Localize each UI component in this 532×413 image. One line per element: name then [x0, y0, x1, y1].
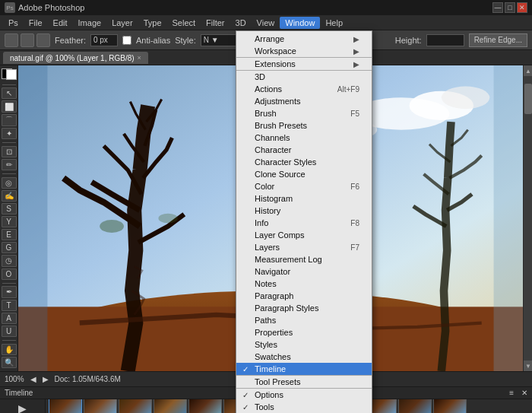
tool-hand[interactable]: ✋ — [2, 344, 17, 355]
menu-workspace[interactable]: Workspace ▶ — [236, 45, 372, 57]
menu-options[interactable]: ✓ Options — [236, 389, 372, 401]
menu-paths[interactable]: Paths — [236, 314, 372, 326]
timeline-frame-1[interactable]: 0 sec. — [49, 399, 82, 413]
tool-path-select[interactable]: A — [2, 313, 17, 324]
menu-info[interactable]: Info F8 — [236, 217, 372, 229]
menu-character[interactable]: Character — [236, 144, 372, 156]
close-button[interactable]: ✕ — [517, 2, 527, 13]
tl-play[interactable]: ▶ — [18, 402, 27, 413]
menu-paragraph[interactable]: Paragraph — [236, 290, 372, 302]
tool-eraser[interactable]: E — [2, 229, 17, 240]
menu-swatches[interactable]: Swatches — [236, 351, 372, 363]
anti-alias-checkbox[interactable] — [122, 36, 131, 45]
menu-3d[interactable]: 3D — [236, 71, 372, 83]
menu-channels[interactable]: Channels — [236, 132, 372, 144]
scroll-down-button[interactable]: ▼ — [524, 361, 532, 371]
tool-gradient[interactable]: G — [2, 242, 17, 253]
menu-file[interactable]: File — [24, 17, 48, 29]
timeline-frame-3[interactable]: 0.14 ▼ — [119, 399, 152, 413]
minimize-button[interactable]: — — [492, 2, 503, 13]
menu-timeline[interactable]: ✓ Timeline — [236, 363, 372, 375]
zoom-nav-left[interactable]: ◀ — [30, 375, 36, 383]
refine-edge-button[interactable]: Refine Edge... — [469, 33, 527, 47]
menu-navigator[interactable]: Navigator — [236, 265, 372, 278]
menu-window[interactable]: Window — [280, 17, 320, 29]
menu-extensions[interactable]: Extensions ▶ — [236, 58, 372, 70]
scroll-thumb[interactable] — [524, 84, 532, 114]
scrollbar-vertical[interactable]: ▲ ▼ — [523, 65, 532, 371]
menu-view[interactable]: View — [252, 17, 280, 29]
menu-properties[interactable]: Properties — [236, 326, 372, 338]
menu-adjustments[interactable]: Adjustments — [236, 95, 372, 107]
tool-stamp[interactable]: S — [2, 203, 17, 214]
tool-lasso[interactable]: ⌒ — [2, 114, 17, 126]
timeline-frame-11[interactable]: 0.14 ▼ — [398, 399, 432, 413]
menu-edit[interactable]: Edit — [48, 17, 73, 29]
tl-skip-start[interactable]: ⏮ — [14, 399, 22, 400]
tool-brush[interactable]: ✍ — [2, 190, 17, 202]
tool-type[interactable]: T — [2, 300, 17, 311]
svg-rect-9 — [18, 65, 47, 371]
workspace-arrow: ▶ — [353, 47, 359, 56]
menu-layer-comps[interactable]: Layer Comps — [236, 229, 372, 241]
menu-styles[interactable]: Styles — [236, 338, 372, 351]
tool-history-brush[interactable]: Y — [2, 216, 17, 227]
tool-marquee[interactable]: ⬜ — [2, 100, 17, 112]
menu-layer[interactable]: Layer — [106, 17, 138, 29]
maximize-button[interactable]: □ — [505, 2, 515, 13]
color-swatches[interactable] — [2, 68, 17, 80]
menu-measurement-log[interactable]: Measurement Log — [236, 253, 372, 265]
timeline-frame-4[interactable]: 0.14 ▼ — [154, 399, 187, 413]
style-label: Style: — [175, 36, 196, 45]
scroll-track[interactable] — [524, 76, 532, 361]
tool-magic-wand[interactable]: ✦ — [2, 128, 17, 139]
timeline-frame-12[interactable]: 0.14 ▼ — [433, 399, 467, 413]
menu-brush-presets[interactable]: Brush Presets — [236, 119, 372, 132]
tl-prev-frame[interactable]: ◀ — [24, 399, 30, 400]
zoom-nav-right[interactable]: ▶ — [43, 375, 49, 383]
menu-paragraph-styles[interactable]: Paragraph Styles — [236, 302, 372, 314]
scroll-up-button[interactable]: ▲ — [524, 65, 532, 76]
height-input[interactable] — [426, 34, 464, 46]
menu-clone-source[interactable]: Clone Source — [236, 168, 372, 180]
menu-tool-presets[interactable]: Tool Presets — [236, 376, 372, 388]
timeline-close-icon[interactable]: ✕ — [521, 389, 527, 397]
tool-pen[interactable]: ✒ — [2, 286, 17, 297]
menu-brush[interactable]: Brush F5 — [236, 107, 372, 119]
tool-heal[interactable]: ◎ — [2, 177, 17, 189]
menu-type[interactable]: Type — [138, 17, 167, 29]
menu-arrange[interactable]: Arrange ▶ — [236, 33, 372, 45]
tool-crop[interactable]: ⊡ — [2, 146, 17, 157]
menu-layers[interactable]: Layers F7 — [236, 241, 372, 253]
document-tab[interactable]: natural.gif @ 100% (Layer 1, RGB/8) × — [3, 52, 148, 64]
timeline-frame-2[interactable]: 0.14 ▼ — [84, 399, 117, 413]
tool-move[interactable]: ↖ — [2, 87, 17, 99]
menu-notes[interactable]: Notes — [236, 278, 372, 290]
menu-tools[interactable]: ✓ Tools — [236, 401, 372, 413]
menu-3d[interactable]: 3D — [230, 17, 252, 29]
timeline-frame-5[interactable]: 0.14 ▼ — [188, 399, 222, 413]
tab-close-icon[interactable]: × — [138, 54, 141, 62]
menu-history[interactable]: History — [236, 205, 372, 217]
menu-color[interactable]: Color F6 — [236, 180, 372, 192]
menu-section-ui: ✓ Options ✓ Tools — [236, 388, 372, 413]
timeline-menu-icon[interactable]: ≡ — [509, 389, 514, 397]
menu-select[interactable]: Select — [167, 17, 201, 29]
tool-eyedropper[interactable]: ✏ — [2, 159, 17, 170]
menu-image[interactable]: Image — [73, 17, 107, 29]
tools-check-icon: ✓ — [242, 403, 249, 411]
menu-character-styles[interactable]: Character Styles — [236, 156, 372, 168]
menu-filter[interactable]: Filter — [201, 17, 230, 29]
menu-histogram[interactable]: Histogram — [236, 192, 372, 205]
tool-dodge[interactable]: O — [2, 268, 17, 280]
menu-ps[interactable]: Ps — [3, 17, 24, 29]
window-dropdown-menu: Arrange ▶ Workspace ▶ Extensions ▶ 3D Ac… — [236, 30, 372, 413]
tool-zoom[interactable]: 🔍 — [2, 357, 17, 368]
toolbar-left: ↖ ⬜ ⌒ ✦ ⊡ ✏ ◎ ✍ S Y E G ◷ O ✒ T A U ✋ 🔍 — [0, 65, 18, 371]
menu-help[interactable]: Help — [320, 17, 348, 29]
feather-input[interactable] — [90, 34, 118, 46]
tool-blur[interactable]: ◷ — [2, 255, 17, 266]
tool-shape[interactable]: U — [2, 326, 17, 337]
anti-alias-label: Anti-alias — [136, 36, 170, 45]
menu-actions[interactable]: Actions Alt+F9 — [236, 83, 372, 95]
